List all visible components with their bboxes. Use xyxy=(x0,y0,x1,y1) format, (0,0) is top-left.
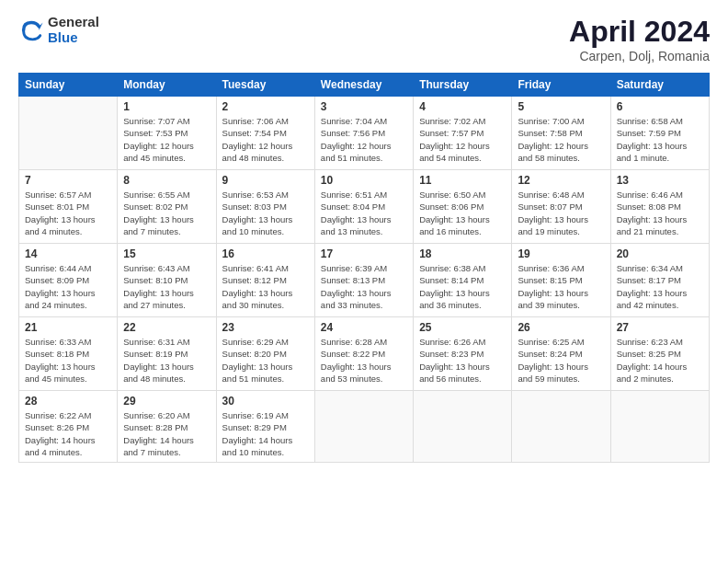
day-info-line: Sunset: 8:24 PM xyxy=(518,348,604,360)
day-info-line: Daylight: 12 hours xyxy=(222,140,309,152)
day-info-line: Sunrise: 6:29 AM xyxy=(222,336,309,348)
day-info-line: Daylight: 13 hours xyxy=(222,361,309,373)
cell-w1-d6: 5Sunrise: 7:00 AMSunset: 7:58 PMDaylight… xyxy=(512,97,610,170)
day-info: Sunrise: 7:07 AMSunset: 7:53 PMDaylight:… xyxy=(123,115,210,164)
day-info-line: Sunset: 8:14 PM xyxy=(419,274,506,286)
day-info: Sunrise: 6:55 AMSunset: 8:02 PMDaylight:… xyxy=(123,189,210,237)
day-info-line: Daylight: 13 hours xyxy=(25,361,111,373)
day-info-line: Sunset: 8:25 PM xyxy=(617,348,703,360)
day-info: Sunrise: 6:44 AMSunset: 8:09 PMDaylight:… xyxy=(25,262,111,311)
day-info-line: Sunrise: 6:50 AM xyxy=(419,189,506,201)
day-info-line: Sunrise: 6:38 AM xyxy=(419,262,506,274)
day-info-line: Daylight: 12 hours xyxy=(123,140,210,152)
logo-blue: Blue xyxy=(48,30,99,46)
day-number: 3 xyxy=(321,100,407,113)
col-friday: Friday xyxy=(512,74,610,97)
day-info-line: Daylight: 13 hours xyxy=(321,213,407,225)
day-info-line: and 48 minutes. xyxy=(222,152,309,164)
day-info: Sunrise: 6:50 AMSunset: 8:06 PMDaylight:… xyxy=(419,189,506,237)
day-info: Sunrise: 6:34 AMSunset: 8:17 PMDaylight:… xyxy=(617,262,703,311)
day-info-line: and 51 minutes. xyxy=(222,373,309,385)
cell-w1-d5: 4Sunrise: 7:02 AMSunset: 7:57 PMDaylight… xyxy=(414,97,512,170)
day-number: 7 xyxy=(25,174,111,187)
day-number: 24 xyxy=(321,321,407,334)
cell-w5-d2: 29Sunrise: 6:20 AMSunset: 8:28 PMDayligh… xyxy=(118,391,216,463)
day-number: 27 xyxy=(617,321,703,334)
day-info-line: Sunrise: 6:20 AM xyxy=(123,409,210,421)
logo-text: General Blue xyxy=(48,15,99,45)
day-number: 28 xyxy=(25,395,111,408)
day-info-line: Sunset: 8:13 PM xyxy=(321,274,407,286)
cell-w5-d6 xyxy=(512,391,610,463)
week-row-1: 1Sunrise: 7:07 AMSunset: 7:53 PMDaylight… xyxy=(19,97,710,170)
day-info-line: Sunrise: 6:23 AM xyxy=(617,336,703,348)
day-number: 30 xyxy=(222,395,309,408)
day-number: 25 xyxy=(419,321,506,334)
day-info: Sunrise: 6:38 AMSunset: 8:14 PMDaylight:… xyxy=(419,262,506,311)
day-info: Sunrise: 6:23 AMSunset: 8:25 PMDaylight:… xyxy=(617,336,703,385)
day-info: Sunrise: 6:43 AMSunset: 8:10 PMDaylight:… xyxy=(123,262,210,311)
day-info-line: Sunset: 8:29 PM xyxy=(222,421,309,433)
day-info-line: Sunrise: 6:26 AM xyxy=(419,336,506,348)
day-info: Sunrise: 7:02 AMSunset: 7:57 PMDaylight:… xyxy=(419,115,506,164)
day-info-line: Daylight: 13 hours xyxy=(518,287,604,299)
day-info-line: Daylight: 13 hours xyxy=(419,361,506,373)
day-info-line: and 56 minutes. xyxy=(419,373,506,385)
day-info: Sunrise: 6:36 AMSunset: 8:15 PMDaylight:… xyxy=(518,262,604,311)
day-info-line: Daylight: 12 hours xyxy=(518,140,604,152)
day-info-line: Sunrise: 6:43 AM xyxy=(123,262,210,274)
day-info: Sunrise: 6:26 AMSunset: 8:23 PMDaylight:… xyxy=(419,336,506,385)
day-info-line: Sunset: 7:53 PM xyxy=(123,127,210,139)
day-info: Sunrise: 6:39 AMSunset: 8:13 PMDaylight:… xyxy=(321,262,407,311)
day-info: Sunrise: 6:48 AMSunset: 8:07 PMDaylight:… xyxy=(518,189,604,237)
day-info-line: Sunrise: 6:22 AM xyxy=(25,409,111,421)
day-info-line: Daylight: 13 hours xyxy=(419,213,506,225)
day-info-line: Sunset: 8:06 PM xyxy=(419,201,506,213)
day-info: Sunrise: 6:58 AMSunset: 7:59 PMDaylight:… xyxy=(617,115,703,164)
cell-w3-d2: 15Sunrise: 6:43 AMSunset: 8:10 PMDayligh… xyxy=(118,244,216,317)
day-info: Sunrise: 7:06 AMSunset: 7:54 PMDaylight:… xyxy=(222,115,309,164)
day-info-line: and 42 minutes. xyxy=(617,299,703,311)
col-sunday: Sunday xyxy=(19,74,118,97)
day-info-line: Daylight: 14 hours xyxy=(222,434,309,446)
day-info-line: Daylight: 13 hours xyxy=(123,213,210,225)
day-info-line: Sunset: 8:19 PM xyxy=(123,348,210,360)
day-info: Sunrise: 6:20 AMSunset: 8:28 PMDaylight:… xyxy=(123,409,210,458)
day-info-line: Sunrise: 6:36 AM xyxy=(518,262,604,274)
cell-w3-d4: 17Sunrise: 6:39 AMSunset: 8:13 PMDayligh… xyxy=(314,244,413,317)
cell-w5-d3: 30Sunrise: 6:19 AMSunset: 8:29 PMDayligh… xyxy=(216,391,314,463)
day-number: 9 xyxy=(222,174,309,187)
col-monday: Monday xyxy=(118,74,216,97)
cell-w1-d1 xyxy=(19,97,118,170)
day-info-line: Sunset: 8:18 PM xyxy=(25,348,111,360)
day-info-line: Sunset: 8:01 PM xyxy=(25,201,111,213)
day-info-line: Daylight: 13 hours xyxy=(617,287,703,299)
day-info-line: Sunset: 8:26 PM xyxy=(25,421,111,433)
day-number: 22 xyxy=(123,321,210,334)
day-number: 26 xyxy=(518,321,604,334)
day-info-line: and 58 minutes. xyxy=(518,152,604,164)
day-info: Sunrise: 6:33 AMSunset: 8:18 PMDaylight:… xyxy=(25,336,111,385)
day-info-line: Daylight: 13 hours xyxy=(123,287,210,299)
day-info-line: Sunset: 8:08 PM xyxy=(617,201,703,213)
col-saturday: Saturday xyxy=(610,74,709,97)
day-number: 8 xyxy=(123,174,210,187)
cell-w4-d5: 25Sunrise: 6:26 AMSunset: 8:23 PMDayligh… xyxy=(414,317,512,391)
day-info: Sunrise: 7:00 AMSunset: 7:58 PMDaylight:… xyxy=(518,115,604,164)
day-info-line: Daylight: 14 hours xyxy=(617,361,703,373)
cell-w4-d7: 27Sunrise: 6:23 AMSunset: 8:25 PMDayligh… xyxy=(610,317,709,391)
day-info-line: Sunrise: 7:02 AM xyxy=(419,115,506,127)
day-info-line: Sunrise: 6:44 AM xyxy=(25,262,111,274)
day-info-line: Daylight: 13 hours xyxy=(617,140,703,152)
day-info-line: Daylight: 13 hours xyxy=(222,213,309,225)
day-info-line: Daylight: 13 hours xyxy=(617,213,703,225)
day-info-line: and 21 minutes. xyxy=(617,225,703,237)
week-row-2: 7Sunrise: 6:57 AMSunset: 8:01 PMDaylight… xyxy=(19,170,710,244)
day-info-line: and 4 minutes. xyxy=(25,446,111,458)
cell-w4-d1: 21Sunrise: 6:33 AMSunset: 8:18 PMDayligh… xyxy=(19,317,118,391)
cell-w4-d4: 24Sunrise: 6:28 AMSunset: 8:22 PMDayligh… xyxy=(314,317,413,391)
day-info-line: and 10 minutes. xyxy=(222,225,309,237)
day-info-line: Sunset: 7:59 PM xyxy=(617,127,703,139)
day-info-line: and 16 minutes. xyxy=(419,225,506,237)
cell-w5-d7 xyxy=(610,391,709,463)
